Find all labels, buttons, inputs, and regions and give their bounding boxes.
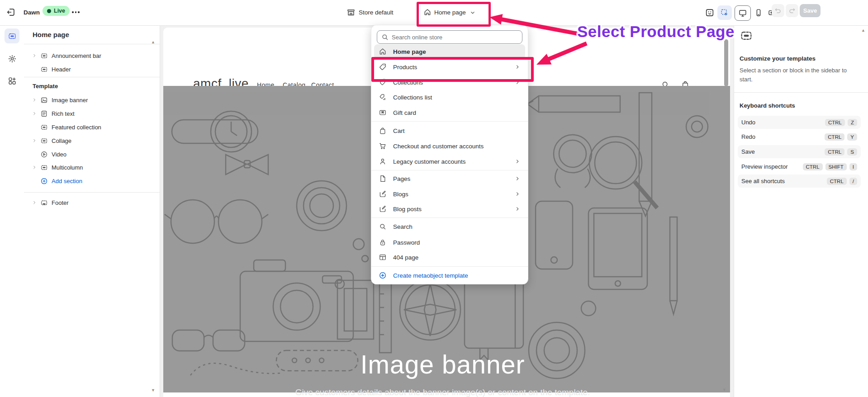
- panel-row-video[interactable]: Video: [24, 148, 156, 161]
- panel-row-collage[interactable]: Collage: [24, 134, 156, 147]
- key-chip: CTRL: [825, 133, 844, 141]
- banner-subtext: Give customers details about the banner …: [163, 388, 722, 397]
- menu-item-label: Checkout and customer accounts: [393, 143, 484, 150]
- exit-editor-button[interactable]: [6, 7, 16, 17]
- panel-row-header[interactable]: Header: [24, 63, 156, 76]
- panel-row-label: Rich text: [52, 110, 75, 117]
- chevron-right-icon[interactable]: [30, 53, 38, 58]
- sections-panel: Home page Announcement bar Header Templa…: [24, 25, 160, 397]
- panel-row-rich-text[interactable]: Rich text: [24, 107, 156, 120]
- key-chip: CTRL: [827, 178, 847, 185]
- mobile-preview-button[interactable]: [752, 5, 765, 20]
- menu-item-cart[interactable]: Cart: [374, 123, 525, 138]
- section-icon: [40, 123, 48, 131]
- chevron-right-icon: [514, 175, 521, 182]
- menu-item-blog-posts[interactable]: Blog posts: [374, 202, 525, 216]
- menu-item-collections[interactable]: Collections: [374, 75, 525, 90]
- menu-item-legacy-accounts[interactable]: Legacy customer accounts: [374, 154, 525, 169]
- cart-icon: [379, 142, 387, 150]
- tag-icon: [379, 63, 387, 71]
- chevron-right-icon[interactable]: [30, 111, 38, 116]
- key-chip: Y: [847, 133, 857, 141]
- menu-item-search[interactable]: Search: [374, 219, 525, 234]
- panel-row-footer[interactable]: Footer: [24, 196, 156, 209]
- menu-item-label: Password: [393, 239, 420, 246]
- chevron-down-icon[interactable]: [470, 9, 476, 16]
- shortcut-row-redo: Redo CTRLY: [738, 130, 861, 143]
- chevron-right-icon[interactable]: [30, 138, 38, 143]
- shortcut-row-undo: Undo CTRLZ: [738, 116, 861, 129]
- panel-row-announcement-bar[interactable]: Announcement bar: [24, 49, 156, 62]
- more-options-button[interactable]: [72, 11, 80, 13]
- app-embeds-tab[interactable]: [5, 73, 19, 88]
- shortcut-label: See all shortcuts: [741, 178, 785, 184]
- chevron-right-icon: [514, 191, 521, 197]
- menu-item-blogs[interactable]: Blogs: [374, 187, 525, 201]
- panel-row-label: Footer: [52, 199, 69, 206]
- section-icon: [40, 137, 48, 145]
- add-section-label: Add section: [52, 178, 82, 184]
- footer-icon: [40, 199, 48, 207]
- sections-tab[interactable]: [5, 28, 19, 43]
- desktop-preview-button[interactable]: [735, 5, 751, 21]
- preview-inspector-toggle[interactable]: [717, 5, 732, 20]
- menu-item-home-page[interactable]: Home page: [374, 44, 525, 59]
- scroll-up-icon[interactable]: ▲: [151, 40, 155, 44]
- menu-item-checkout[interactable]: Checkout and customer accounts: [374, 139, 525, 153]
- chevron-right-icon: [514, 158, 521, 165]
- shortcut-row-save: Save CTRLS: [738, 145, 861, 158]
- scroll-down-icon[interactable]: ▼: [722, 388, 726, 392]
- browser-icon: [379, 253, 387, 261]
- divider: [371, 266, 528, 267]
- home-icon: [423, 8, 432, 16]
- search-input[interactable]: [377, 30, 522, 44]
- undo-button[interactable]: [772, 4, 784, 17]
- panel-row-label: Image banner: [52, 97, 88, 104]
- page-selector-button[interactable]: Home page: [434, 9, 466, 16]
- dropdown-search[interactable]: [377, 30, 522, 44]
- menu-item-label: Collections: [393, 79, 423, 86]
- shortcut-label: Save: [741, 148, 755, 155]
- add-section-button[interactable]: Add section: [24, 175, 156, 187]
- app-window-icon[interactable]: [705, 8, 715, 18]
- panel-row-label: Collage: [52, 137, 71, 144]
- live-dot-icon: [47, 9, 51, 13]
- chevron-right-icon[interactable]: [30, 200, 38, 205]
- panel-row-featured-collection[interactable]: Featured collection: [24, 121, 156, 133]
- preview-scrollbar-thumb[interactable]: [724, 39, 728, 86]
- store-default-selector[interactable]: Store default: [359, 9, 394, 16]
- search-icon: [379, 222, 387, 231]
- plus-circle-icon: [40, 177, 48, 185]
- chevron-right-icon[interactable]: [30, 97, 38, 103]
- menu-item-collections-list[interactable]: Collections list: [374, 90, 525, 104]
- image-icon: [40, 96, 48, 104]
- bag-icon: [379, 127, 387, 135]
- panel-title: Home page: [33, 31, 69, 38]
- theme-settings-tab[interactable]: [5, 51, 19, 66]
- key-chip: /: [849, 178, 857, 185]
- panel-row-label: Header: [52, 66, 71, 73]
- panel-row-image-banner[interactable]: Image banner: [24, 94, 156, 106]
- menu-item-label: Cart: [393, 128, 405, 134]
- menu-item-pages[interactable]: Pages: [374, 171, 525, 186]
- menu-item-products[interactable]: Products: [374, 60, 525, 74]
- save-button[interactable]: Save: [800, 4, 821, 17]
- menu-item-gift-card[interactable]: Gift card: [374, 105, 525, 120]
- blog-icon: [379, 190, 387, 198]
- divider: [371, 170, 528, 170]
- menu-item-password[interactable]: Password: [374, 235, 525, 250]
- storefront-icon: [346, 8, 356, 17]
- panel-row-multicolumn[interactable]: Multicolumn: [24, 161, 156, 174]
- chevron-right-icon[interactable]: [30, 165, 38, 170]
- sidebar-description: Select a section or block in the sidebar…: [740, 66, 853, 84]
- scroll-down-icon[interactable]: ▼: [151, 388, 155, 392]
- live-badge-label: Live: [54, 8, 65, 14]
- page-icon: [379, 175, 387, 183]
- redo-button[interactable]: [786, 4, 798, 17]
- scroll-up-icon[interactable]: ▲: [861, 28, 865, 33]
- menu-item-404-page[interactable]: 404 page: [374, 250, 525, 265]
- menu-item-create-metaobject[interactable]: Create metaobject template: [374, 268, 525, 283]
- section-icon: [40, 52, 48, 60]
- key-chip: CTRL: [825, 148, 844, 156]
- shortcut-row-preview-inspector: Preview inspector CTRLSHIFTI: [738, 160, 861, 173]
